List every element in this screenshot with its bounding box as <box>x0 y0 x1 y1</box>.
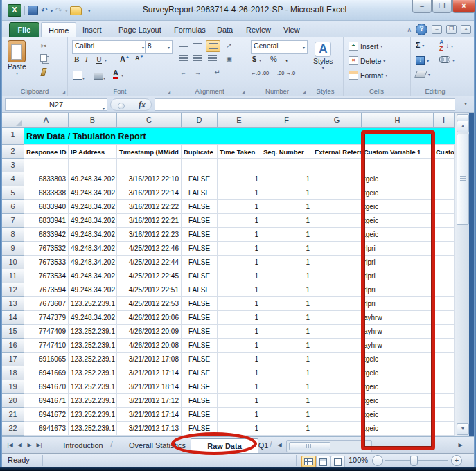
cell-B7[interactable]: 49.248.34.202 <box>69 214 117 228</box>
cell-H5[interactable]: tgeic <box>362 186 434 200</box>
header-cell-D[interactable]: Duplicate <box>182 145 218 159</box>
cell-B5[interactable]: 49.248.34.202 <box>69 186 117 200</box>
column-header-D[interactable]: D <box>182 113 218 128</box>
format-button[interactable]: Format▾ <box>349 71 387 80</box>
cell-G8[interactable] <box>312 228 362 242</box>
cell-I14[interactable] <box>434 311 455 325</box>
header-cell-B[interactable]: IP Address <box>69 145 117 159</box>
cell-D10[interactable]: FALSE <box>182 256 218 269</box>
header-cell-A[interactable]: Response ID <box>24 145 69 159</box>
cell-C11[interactable]: 4/25/2012 22:45 <box>117 269 182 283</box>
cell-I3[interactable] <box>434 159 455 172</box>
cell-F5[interactable]: 1 <box>261 186 312 200</box>
column-header-C[interactable]: C <box>117 113 182 128</box>
paste-dropdown-icon[interactable]: ▾ <box>16 71 18 75</box>
cell-D7[interactable]: FALSE <box>182 214 218 228</box>
cell-B14[interactable]: 49.248.34.202 <box>69 311 117 325</box>
tab-page-layout[interactable]: Page Layout <box>112 22 168 37</box>
cell-D15[interactable]: FALSE <box>182 325 218 339</box>
cell-B10[interactable]: 49.248.34.202 <box>69 256 117 269</box>
cell-D12[interactable]: FALSE <box>182 283 218 297</box>
cell-H16[interactable]: ayhrw <box>362 339 434 353</box>
tab-split-left-icon[interactable]: ◀ <box>275 440 284 450</box>
tab-data[interactable]: Data <box>210 22 240 37</box>
increase-indent-icon[interactable]: → <box>191 67 204 78</box>
row-header-12[interactable]: 12 <box>2 283 24 297</box>
cell-H11[interactable]: rlpri <box>362 269 434 283</box>
cell-I20[interactable] <box>434 394 455 408</box>
minimize-ribbon-icon[interactable]: ∧ <box>407 26 412 33</box>
insert-button[interactable]: +Insert▾ <box>349 42 382 51</box>
underline-button[interactable]: U <box>96 55 102 64</box>
number-dialog-launcher-icon[interactable]: ◢ <box>302 89 306 94</box>
borders-button[interactable]: ▾ <box>73 70 85 82</box>
header-cell-F[interactable]: Seq. Number <box>261 145 312 159</box>
expand-formula-bar-icon[interactable]: ▾ <box>458 100 473 107</box>
cell-A18[interactable]: 6941669 <box>24 366 69 380</box>
cell-I8[interactable] <box>434 228 455 242</box>
increase-decimal-icon[interactable]: ←.0 .00 <box>251 70 269 76</box>
cell-G3[interactable] <box>312 159 362 172</box>
cell-E10[interactable]: 1 <box>218 256 261 269</box>
row-header-11[interactable]: 11 <box>2 269 24 283</box>
cell-G14[interactable] <box>312 311 362 325</box>
cell-F15[interactable]: 1 <box>261 325 312 339</box>
styles-button[interactable]: A Styles ▾ <box>313 42 333 70</box>
cell-B20[interactable]: 123.252.239.1 <box>69 394 117 408</box>
row-header-7[interactable]: 7 <box>2 214 24 228</box>
cell-H17[interactable]: tgeic <box>362 353 434 366</box>
cell-B17[interactable]: 123.252.239.1 <box>69 353 117 366</box>
page-break-view-button[interactable] <box>330 456 345 468</box>
cell-F10[interactable]: 1 <box>261 256 312 269</box>
cell-I17[interactable] <box>434 353 455 366</box>
cell-E19[interactable]: 1 <box>218 380 261 394</box>
cell-G22[interactable] <box>312 422 362 436</box>
cell-A7[interactable]: 6833941 <box>24 214 69 228</box>
maximize-button[interactable]: ❐ <box>432 0 452 13</box>
cell-F22[interactable]: 1 <box>261 422 312 436</box>
cell-D5[interactable]: FALSE <box>182 186 218 200</box>
cell-G12[interactable] <box>312 283 362 297</box>
font-size-select[interactable]: ▾8 <box>145 40 173 54</box>
bold-button[interactable]: B <box>74 55 79 63</box>
cell-C14[interactable]: 4/26/2012 20:06 <box>117 311 182 325</box>
currency-icon[interactable]: $ <box>252 55 256 63</box>
cell-B19[interactable]: 123.252.239.1 <box>69 380 117 394</box>
zoom-level[interactable]: 100% <box>349 456 368 464</box>
cell-H20[interactable]: tgeic <box>362 394 434 408</box>
cell-F21[interactable]: 1 <box>261 408 312 422</box>
cell-F12[interactable]: 1 <box>261 283 312 297</box>
column-header-I[interactable]: I <box>434 113 455 128</box>
cell-I4[interactable] <box>434 172 455 186</box>
cell-A8[interactable]: 6833942 <box>24 228 69 242</box>
cell-D18[interactable]: FALSE <box>182 366 218 380</box>
cell-F14[interactable]: 1 <box>261 311 312 325</box>
row-header-17[interactable]: 17 <box>2 353 24 366</box>
cell-C19[interactable]: 3/21/2012 18:14 <box>117 380 182 394</box>
cell-D14[interactable]: FALSE <box>182 311 218 325</box>
decrease-indent-icon[interactable]: ← <box>177 67 190 78</box>
cell-C6[interactable]: 3/16/2012 22:22 <box>117 200 182 214</box>
cell-B22[interactable]: 123.252.239.1 <box>69 422 117 436</box>
number-format-select[interactable]: ▾General <box>251 40 308 54</box>
cell-H6[interactable]: tgeic <box>362 200 434 214</box>
column-header-H[interactable]: H <box>362 113 434 128</box>
cell-G13[interactable] <box>312 297 362 311</box>
cell-G6[interactable] <box>312 200 362 214</box>
cell-H18[interactable]: tgeic <box>362 366 434 380</box>
cell-D3[interactable] <box>182 159 218 172</box>
italic-button[interactable]: I <box>85 55 88 63</box>
cell-C22[interactable]: 3/21/2012 17:13 <box>117 422 182 436</box>
cell-B16[interactable]: 123.252.239.1 <box>69 339 117 353</box>
row-header-4[interactable]: 4 <box>2 172 24 186</box>
cell-D13[interactable]: FALSE <box>182 297 218 311</box>
cell-D22[interactable]: FALSE <box>182 422 218 436</box>
copy-icon[interactable] <box>38 54 49 64</box>
decrease-decimal-icon[interactable]: .00 →.0 <box>277 70 295 76</box>
row-header-15[interactable]: 15 <box>2 325 24 339</box>
cell-G11[interactable] <box>312 269 362 283</box>
font-dialog-launcher-icon[interactable]: ◢ <box>167 89 170 94</box>
cell-I9[interactable] <box>434 242 455 256</box>
name-box[interactable]: N27▾ <box>5 98 107 111</box>
cell-B9[interactable]: 49.248.34.202 <box>69 242 117 256</box>
